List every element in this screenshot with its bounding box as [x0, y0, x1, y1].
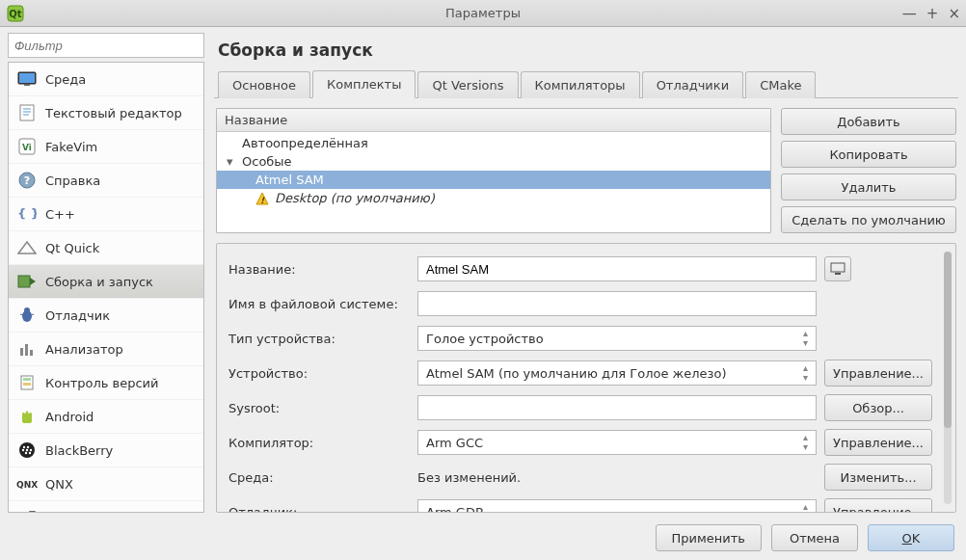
- chevron-updown-icon: ▴▾: [803, 329, 808, 348]
- sidebar-item-qtquick[interactable]: Qt Quick: [9, 231, 203, 265]
- maximize-button[interactable]: +: [926, 5, 939, 22]
- help-icon: ?: [16, 170, 38, 191]
- sidebar-item-label: Анализатор: [45, 342, 123, 357]
- copy-button[interactable]: Копировать: [781, 141, 956, 168]
- tree-kit-desktop[interactable]: ! Desktop (по умолчанию): [217, 189, 770, 207]
- page-title: Сборка и запуск: [214, 33, 958, 69]
- close-button[interactable]: ×: [948, 5, 960, 22]
- tab-cmake[interactable]: CMake: [745, 71, 816, 98]
- sidebar-item-analyzer[interactable]: Анализатор: [9, 333, 203, 366]
- main-panel: Сборка и запуск Основное Комплекты Qt Ve…: [214, 33, 958, 513]
- sidebar-item-android[interactable]: Android: [9, 400, 203, 434]
- fakevim-icon: Vi: [16, 136, 38, 157]
- icon-picker-button[interactable]: [824, 256, 851, 281]
- sidebar-item-label: QNX: [45, 477, 73, 492]
- tab-pane: Название Автоопределённая ▾ Особые: [214, 98, 958, 513]
- svg-text:QNX: QNX: [16, 480, 38, 490]
- svg-text:Vi: Vi: [22, 143, 32, 152]
- sidebar-item-vcs[interactable]: Контроль версий: [9, 366, 203, 400]
- delete-button[interactable]: Удалить: [781, 173, 956, 200]
- sidebar-item-debugger[interactable]: Отладчик: [9, 299, 203, 333]
- tab-debuggers[interactable]: Отладчики: [642, 71, 744, 98]
- make-default-button[interactable]: Сделать по умолчанию: [781, 206, 956, 233]
- chevron-updown-icon: ▴▾: [803, 433, 808, 452]
- dialog-body: Среда Текстовый редактор Vi FakeVim ? Сп…: [0, 27, 966, 560]
- label-devtype: Тип устройства:: [228, 332, 410, 346]
- sidebar-item-label: C++: [45, 207, 75, 222]
- svg-point-35: [29, 452, 31, 454]
- debugger-manage-button[interactable]: Управление...: [824, 498, 932, 512]
- tab-kits[interactable]: Комплекты: [312, 70, 416, 98]
- sidebar-item-environment[interactable]: Среда: [9, 63, 203, 96]
- sysroot-input[interactable]: [417, 395, 817, 420]
- combo-value: Atmel SAM (по умолчанию для Голое железо…: [426, 366, 726, 381]
- tree-group-auto[interactable]: Автоопределённая: [217, 134, 770, 152]
- svg-point-30: [27, 446, 29, 448]
- sidebar-item-blackberry[interactable]: BlackBerry: [9, 434, 203, 467]
- filter-input[interactable]: [8, 33, 204, 58]
- apply-button[interactable]: Применить: [656, 524, 762, 551]
- kits-tree: Название Автоопределённая ▾ Особые: [216, 108, 771, 233]
- name-input[interactable]: [417, 256, 817, 281]
- chevron-down-icon: ▾: [227, 154, 236, 169]
- svg-rect-4: [24, 84, 30, 86]
- tree-kit-atmel[interactable]: Atmel SAM: [217, 171, 770, 189]
- dialog-buttons: Применить Отмена OK: [8, 513, 958, 551]
- cancel-button[interactable]: Отмена: [771, 524, 858, 551]
- sidebar-item-fakevim[interactable]: Vi FakeVim: [9, 130, 203, 164]
- tree-group-label: Особые: [242, 154, 292, 169]
- env-change-button[interactable]: Изменить...: [824, 464, 932, 491]
- sidebar-item-text-editor[interactable]: Текстовый редактор: [9, 96, 203, 130]
- svg-point-26: [24, 412, 26, 413]
- svg-point-29: [23, 446, 25, 448]
- sidebar-item-label: Контроль версий: [45, 376, 159, 390]
- sidebar-item-label: Сборка и запуск: [45, 275, 153, 289]
- device-manage-button[interactable]: Управление...: [824, 360, 932, 387]
- svg-point-31: [22, 449, 24, 451]
- category-list: Среда Текстовый редактор Vi FakeVim ? Сп…: [8, 62, 204, 513]
- svg-rect-20: [20, 348, 23, 356]
- sidebar-item-label: Qt Quick: [45, 241, 99, 255]
- sidebar-item-build-run[interactable]: Сборка и запуск: [9, 265, 203, 299]
- sidebar-item-label: FakeVim: [45, 140, 97, 154]
- svg-text:{ }: { }: [17, 206, 37, 221]
- label-device: Устройство:: [228, 366, 410, 381]
- sidebar-item-help[interactable]: ? Справка: [9, 164, 203, 198]
- tab-compilers[interactable]: Компиляторы: [521, 71, 640, 98]
- sidebar-item-cpp[interactable]: { } C++: [9, 198, 203, 231]
- vcs-icon: [16, 372, 38, 393]
- add-button[interactable]: Добавить: [781, 108, 956, 135]
- blackberry-icon: [16, 440, 38, 461]
- svg-rect-22: [30, 350, 33, 356]
- monitor-icon: [16, 68, 38, 90]
- devtype-combo[interactable]: Голое устройство ▴▾: [417, 326, 817, 351]
- tree-group-manual[interactable]: ▾ Особые: [217, 152, 770, 171]
- svg-rect-14: [18, 276, 30, 287]
- compiler-combo[interactable]: Arm GCC ▴▾: [417, 430, 817, 455]
- device-combo[interactable]: Atmel SAM (по умолчанию для Голое железо…: [417, 360, 817, 386]
- debugger-combo[interactable]: Arm GDB ▴▾: [417, 499, 817, 512]
- sidebar-item-label: Android: [45, 410, 94, 424]
- svg-rect-25: [23, 383, 31, 386]
- sidebar-item-qnx[interactable]: QNX QNX: [9, 467, 203, 501]
- qtquick-icon: [16, 237, 38, 258]
- ok-button[interactable]: OK: [868, 524, 954, 551]
- svg-rect-21: [25, 344, 28, 356]
- sidebar-item-devices[interactable]: Устройства: [9, 501, 203, 513]
- bug-icon: [16, 305, 38, 326]
- scrollbar[interactable]: [944, 252, 952, 504]
- label-name: Название:: [228, 262, 410, 277]
- svg-point-34: [25, 452, 27, 454]
- tabbar: Основное Комплекты Qt Versions Компилято…: [214, 69, 958, 98]
- minimize-button[interactable]: —: [902, 5, 917, 22]
- tab-qt-versions[interactable]: Qt Versions: [417, 71, 518, 98]
- tab-general[interactable]: Основное: [218, 71, 310, 98]
- qnx-icon: QNX: [16, 473, 38, 494]
- fsname-input[interactable]: [417, 291, 817, 316]
- sysroot-browse-button[interactable]: Обзор...: [824, 394, 932, 421]
- svg-rect-42: [835, 273, 841, 275]
- label-compiler: Компилятор:: [228, 436, 410, 450]
- analyzer-icon: [16, 338, 38, 360]
- compiler-manage-button[interactable]: Управление...: [824, 429, 932, 456]
- app-icon: Qt: [6, 4, 25, 23]
